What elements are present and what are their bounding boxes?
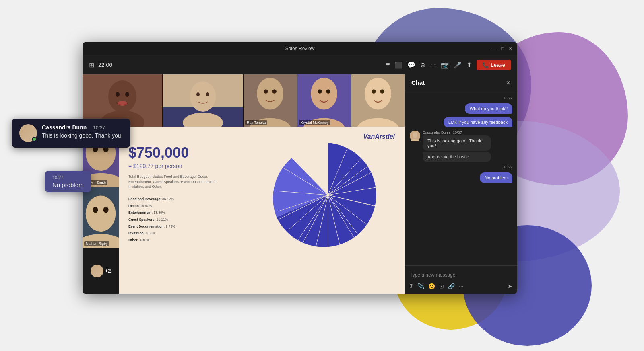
window-controls: — □ ✕	[492, 46, 512, 51]
chat-toolbar: 𝑻 📎 😊 ⊡ 🔗 ··· ➤	[410, 283, 512, 289]
participant-nathan-name: Nathan Rigby	[84, 241, 109, 246]
title-bar: Sales Review — □ ✕	[83, 42, 517, 55]
apps-icon[interactable]: ⊕	[420, 61, 425, 69]
leave-button[interactable]: 📞 Leave	[477, 60, 511, 70]
format-text-icon[interactable]: 𝑻	[410, 283, 413, 289]
meeting-toolbar: ⊞ 22:06 ≡ ⬛ 💬 ⊕ ··· 📷 🎤 ⬆ 📞 Leave	[83, 55, 517, 74]
slide-description: Total Budget includes Food and Beverage,…	[128, 174, 217, 189]
more-options-icon[interactable]: ···	[459, 283, 464, 289]
chat-header: Chat ✕	[405, 74, 517, 91]
attach-icon[interactable]: 📎	[417, 283, 424, 289]
participant-tile-nathan: Nathan Rigby	[83, 187, 119, 247]
chat-messages: 10/27 What do you think? LMK if you have…	[405, 91, 517, 265]
svg-point-23	[365, 78, 391, 109]
sticker-icon[interactable]: 🔗	[448, 283, 455, 289]
notification-avatar	[19, 124, 37, 142]
close-button[interactable]: ✕	[509, 46, 512, 51]
slide-content: VanArsdel $750,000 = $120.77 per person …	[119, 127, 405, 294]
svg-point-4	[125, 92, 129, 97]
svg-point-20	[318, 89, 322, 94]
participants-icon[interactable]: ⬛	[394, 61, 402, 69]
content-area: Ray Tanaka Krystal McKinney	[83, 74, 517, 294]
online-indicator	[32, 137, 37, 142]
svg-point-61	[413, 132, 417, 138]
participant-3-name: Ray Tanaka	[245, 120, 267, 125]
notification-date: 10/27	[93, 125, 105, 131]
svg-point-11	[206, 92, 209, 96]
emoji-icon[interactable]: 😊	[428, 283, 435, 289]
svg-point-1	[108, 80, 136, 113]
svg-point-15	[264, 89, 268, 94]
teams-window: Sales Review — □ ✕ ⊞ 22:06 ≡ ⬛ 💬 ⊕ ··· 📷…	[83, 42, 517, 294]
chat-panel: Chat ✕ 10/27 What do you think? LMK if y…	[405, 74, 517, 294]
main-content-row: Edwin Smith Nathan Rigby	[83, 127, 405, 294]
participant-tile-3: Ray Tanaka	[244, 74, 297, 127]
cassandra-messages: Cassandra Dunn 10/27 This is looking goo…	[423, 131, 491, 162]
send-button[interactable]: ➤	[508, 283, 512, 289]
participant-strip: Ray Tanaka Krystal McKinney	[83, 74, 405, 127]
svg-point-16	[272, 89, 277, 94]
notification-sender: Cassandra Dunn	[42, 124, 87, 131]
svg-point-8	[190, 81, 216, 112]
notification-content: Cassandra Dunn 10/27 This is looking goo…	[42, 124, 123, 139]
presentation-slide: VanArsdel $750,000 = $120.77 per person …	[119, 127, 405, 294]
svg-point-35	[93, 207, 98, 213]
chat-message-1: What do you think?	[465, 103, 512, 114]
more-icon[interactable]: ···	[430, 61, 436, 68]
cassandra-avatar	[410, 131, 420, 141]
minimize-button[interactable]: —	[492, 46, 496, 51]
side-participants: Edwin Smith Nathan Rigby	[83, 127, 119, 294]
svg-point-59	[327, 194, 329, 196]
svg-point-10	[196, 92, 200, 96]
window-title: Sales Review	[285, 46, 315, 51]
chat-message-5: No problem	[480, 172, 512, 183]
leave-phone-icon: 📞	[482, 62, 489, 68]
share-icon[interactable]: ⬆	[466, 61, 472, 69]
menu-icon[interactable]: ≡	[386, 61, 390, 68]
main-area: Ray Tanaka Krystal McKinney	[83, 74, 405, 294]
maximize-button[interactable]: □	[501, 46, 504, 51]
mic-icon[interactable]: 🎤	[454, 61, 462, 69]
reply-date: 10/27	[52, 175, 84, 180]
chat-message-2: LMK if you have any feedback	[444, 117, 512, 127]
chat-input-area: Type a new message 𝑻 📎 😊 ⊡ 🔗 ··· ➤	[405, 265, 517, 294]
more-participants: +2	[83, 248, 119, 294]
reply-text: No problem	[52, 181, 84, 188]
svg-point-36	[103, 207, 109, 213]
svg-point-26	[380, 89, 384, 94]
chat-title: Chat	[411, 79, 425, 86]
participant-tile-5	[351, 74, 405, 127]
svg-point-33	[86, 196, 116, 232]
gif-icon[interactable]: ⊡	[439, 283, 444, 289]
chat-input[interactable]: Type a new message	[410, 270, 512, 280]
participant-4-name: Krystal McKinney	[299, 120, 330, 125]
cassandra-name: Cassandra Dunn 10/27	[423, 131, 491, 135]
participant-tile-4: Krystal McKinney	[297, 74, 351, 127]
notification-message: This is looking good. Thank you!	[42, 132, 123, 139]
svg-point-18	[311, 78, 337, 109]
extra-avatar	[91, 265, 103, 277]
msg-date-1: 10/27	[503, 96, 512, 100]
more-count: +2	[105, 268, 111, 274]
svg-point-5	[118, 101, 127, 106]
toolbar-right: ≡ ⬛ 💬 ⊕ ··· 📷 🎤 ⬆ 📞 Leave	[386, 60, 511, 70]
chat-message-4: Appreciate the hustle	[423, 152, 491, 162]
chat-message-3: This is looking good. Thank you!	[423, 135, 491, 151]
svg-point-25	[372, 89, 376, 94]
chat-close-button[interactable]: ✕	[506, 80, 511, 86]
svg-point-21	[326, 89, 330, 94]
pie-chart	[268, 139, 388, 251]
camera-icon[interactable]: 📷	[441, 61, 449, 69]
svg-point-3	[116, 92, 120, 97]
msg-date-2: 10/27	[503, 165, 512, 169]
participant-2-video	[163, 74, 243, 127]
reply-bubble: 10/27 No problem	[45, 171, 91, 192]
participant-tile-2	[163, 74, 243, 127]
toolbar-left: ⊞ 22:06	[89, 61, 383, 69]
chat-icon[interactable]: 💬	[407, 61, 415, 69]
chat-message-3-container: Cassandra Dunn 10/27 This is looking goo…	[410, 131, 512, 162]
grid-icon[interactable]: ⊞	[89, 61, 94, 69]
svg-point-13	[257, 78, 283, 109]
meeting-time: 22:06	[98, 62, 112, 68]
notification-header: Cassandra Dunn 10/27	[42, 124, 123, 131]
